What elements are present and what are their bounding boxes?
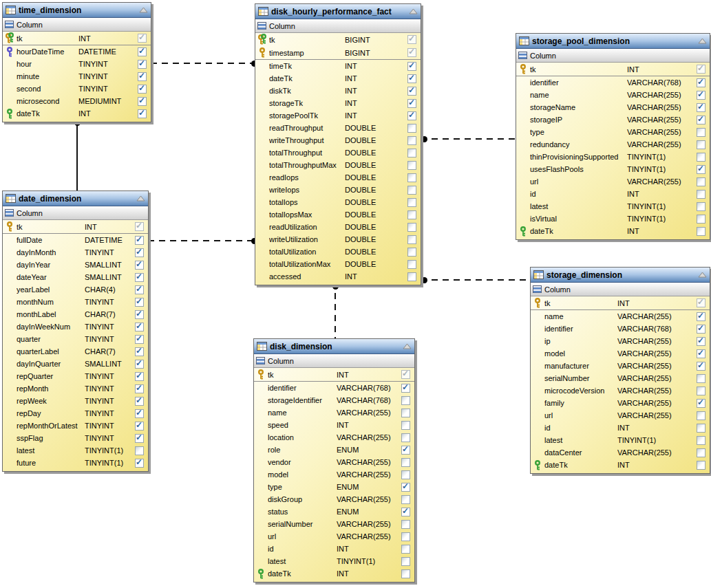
not-null-checkbox[interactable] [407, 235, 416, 244]
not-null-checkbox[interactable] [135, 446, 144, 455]
not-null-checkbox[interactable] [135, 310, 144, 319]
not-null-checkbox[interactable] [401, 508, 410, 516]
not-null-checkbox[interactable] [401, 483, 410, 492]
column-row-quarter[interactable]: quarterTINYINT [3, 333, 148, 345]
column-row-repMonth[interactable]: repMonthTINYINT [3, 382, 148, 395]
not-null-checkbox[interactable] [697, 65, 705, 74]
column-row-url[interactable]: urlVARCHAR(255) [531, 409, 710, 422]
not-null-checkbox[interactable] [697, 227, 705, 236]
table-disk_hourly_performance_fact[interactable]: disk_hourly_performance_factColumntkBIGI… [255, 3, 421, 285]
column-row-quarterLabel[interactable]: quarterLabelCHAR(7) [3, 345, 148, 358]
not-null-checkbox[interactable] [407, 223, 416, 232]
relationship-connector-disk_hourly_performance_fact-disk_dimension[interactable] [335, 282, 336, 340]
column-row-dayInQuarter[interactable]: dayInQuarterSMALLINT [3, 358, 148, 370]
collapse-icon[interactable] [409, 8, 418, 14]
column-row-dataCenter[interactable]: dataCenterVARCHAR(255) [531, 446, 710, 459]
column-row-ip[interactable]: ipVARCHAR(255) [531, 335, 710, 347]
not-null-checkbox[interactable] [401, 409, 410, 417]
collapse-icon[interactable] [403, 343, 412, 349]
column-row-monthNum[interactable]: monthNumTINYINT [3, 296, 148, 308]
not-null-checkbox[interactable] [697, 116, 705, 124]
column-row-latest[interactable]: latestTINYINT(1) [516, 200, 710, 213]
column-row-latest[interactable]: latestTINYINT(1) [254, 555, 414, 567]
not-null-checkbox[interactable] [697, 140, 705, 149]
column-row-dateYear[interactable]: dateYearSMALLINT [3, 271, 148, 283]
not-null-checkbox[interactable] [135, 285, 144, 294]
not-null-checkbox[interactable] [697, 337, 705, 346]
not-null-checkbox[interactable] [135, 222, 144, 231]
not-null-checkbox[interactable] [697, 298, 705, 307]
not-null-checkbox[interactable] [138, 60, 147, 69]
column-row-serialNumber[interactable]: serialNumberVARCHAR(255) [531, 372, 710, 384]
not-null-checkbox[interactable] [697, 103, 705, 112]
relationship-connector-date_dimension-disk_hourly_performance_fact[interactable] [148, 240, 256, 241]
not-null-checkbox[interactable] [138, 72, 147, 81]
not-null-checkbox[interactable] [401, 433, 410, 442]
column-row-totalIops[interactable]: totalIopsDOUBLE [255, 196, 421, 208]
column-row-tk[interactable]: tkBIGINT [255, 33, 421, 46]
not-null-checkbox[interactable] [135, 360, 144, 369]
column-row-dateTk[interactable]: dateTkINT [531, 459, 710, 471]
not-null-checkbox[interactable] [135, 347, 144, 356]
column-row-storageIdentifier[interactable]: storageIdentifierVARCHAR(768) [254, 394, 414, 406]
column-row-dateTk[interactable]: dateTkINT [516, 225, 710, 237]
column-row-totalThroughputMax[interactable]: totalThroughputMaxDOUBLE [255, 159, 421, 171]
column-row-status[interactable]: statusENUM [254, 505, 414, 518]
column-row-dateTk[interactable]: dateTkINT [254, 567, 414, 580]
not-null-checkbox[interactable] [401, 470, 410, 479]
not-null-checkbox[interactable] [401, 384, 410, 393]
column-row-minute[interactable]: minuteTINYINT [3, 70, 151, 83]
relationship-connector-disk_hourly_performance_fact-storage_pool_dimension[interactable] [421, 138, 517, 140]
column-row-latest[interactable]: latestTINYINT(1) [3, 444, 148, 457]
not-null-checkbox[interactable] [407, 136, 416, 145]
column-row-writeThroughput[interactable]: writeThroughputDOUBLE [255, 134, 421, 146]
not-null-checkbox[interactable] [401, 520, 410, 529]
column-row-second[interactable]: secondTINYINT [3, 83, 151, 95]
column-row-microcodeVersion[interactable]: microcodeVersionVARCHAR(255) [531, 384, 710, 397]
column-row-dayInMonth[interactable]: dayInMonthTINYINT [3, 246, 148, 259]
column-row-repMonthOrLatest[interactable]: repMonthOrLatestTINYINT [3, 420, 148, 432]
not-null-checkbox[interactable] [135, 434, 144, 443]
column-row-timeTk[interactable]: timeTkINT [255, 60, 421, 72]
column-row-usesFlashPools[interactable]: usesFlashPoolsTINYINT(1) [516, 163, 710, 175]
not-null-checkbox[interactable] [697, 190, 705, 199]
not-null-checkbox[interactable] [138, 109, 147, 118]
not-null-checkbox[interactable] [697, 202, 705, 211]
not-null-checkbox[interactable] [407, 48, 416, 57]
column-row-timestamp[interactable]: timestampBIGINT [255, 46, 421, 60]
not-null-checkbox[interactable] [407, 87, 416, 96]
column-row-dayInYear[interactable]: dayInYearSMALLINT [3, 259, 148, 271]
column-row-serialNumber[interactable]: serialNumberVARCHAR(255) [254, 518, 414, 530]
not-null-checkbox[interactable] [135, 409, 144, 418]
not-null-checkbox[interactable] [401, 421, 410, 430]
table-disk_dimension[interactable]: disk_dimensionColumntkINTidentifierVARCH… [253, 338, 415, 582]
table-storage_pool_dimension[interactable]: storage_pool_dimensionColumntkINTidentif… [516, 33, 710, 240]
not-null-checkbox[interactable] [407, 62, 416, 71]
relationship-connector-time_dimension-disk_hourly_performance_fact[interactable] [151, 63, 256, 64]
column-row-monthLabel[interactable]: monthLabelCHAR(7) [3, 308, 148, 320]
not-null-checkbox[interactable] [401, 396, 410, 405]
not-null-checkbox[interactable] [401, 532, 410, 541]
column-row-hour[interactable]: hourTINYINT [3, 58, 151, 70]
collapse-icon[interactable] [139, 7, 148, 13]
column-row-tk[interactable]: tkINT [3, 220, 148, 234]
column-row-storageTk[interactable]: storageTkINT [255, 97, 421, 109]
columns-section-header[interactable]: Column [516, 49, 710, 63]
not-null-checkbox[interactable] [407, 198, 416, 207]
not-null-checkbox[interactable] [135, 397, 144, 406]
not-null-checkbox[interactable] [697, 91, 705, 100]
not-null-checkbox[interactable] [407, 272, 416, 281]
column-row-future[interactable]: futureTINYINT(1) [3, 457, 148, 469]
not-null-checkbox[interactable] [135, 298, 144, 307]
column-row-diskTk[interactable]: diskTkINT [255, 85, 421, 97]
column-row-manufacturer[interactable]: manufacturerVARCHAR(255) [531, 360, 710, 372]
column-row-readThroughput[interactable]: readThroughputDOUBLE [255, 122, 421, 134]
not-null-checkbox[interactable] [135, 323, 144, 331]
column-row-family[interactable]: familyVARCHAR(255) [531, 397, 710, 409]
not-null-checkbox[interactable] [407, 35, 416, 44]
table-header[interactable]: disk_hourly_performance_fact [255, 4, 421, 19]
collapse-icon[interactable] [698, 272, 707, 278]
column-row-vendor[interactable]: vendorVARCHAR(255) [254, 456, 414, 468]
not-null-checkbox[interactable] [135, 335, 144, 344]
column-row-fullDate[interactable]: fullDateDATETIME [3, 234, 148, 246]
